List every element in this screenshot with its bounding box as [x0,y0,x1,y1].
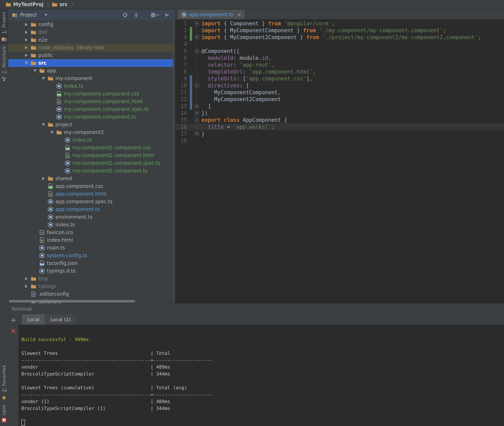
tree-row-tsconfig-json[interactable]: JSONtsconfig.json [8,259,175,267]
svg-text:h: h [66,154,69,158]
close-icon[interactable] [11,328,16,334]
stripe-button-1-project[interactable]: 1: Project [0,10,8,44]
chevron-collapsed-icon[interactable] [23,285,30,288]
tree-row-app-component-css[interactable]: CSSapp.component.css [8,182,175,190]
chevron-collapsed-icon[interactable] [40,177,47,180]
chevron-expanded-icon[interactable] [23,62,30,64]
tree-row-typings-d-ts[interactable]: TStypings.d.ts [8,267,175,275]
tree-row-my-component-component-spec-ts[interactable]: TSmy-component.component.spec.ts [8,105,175,113]
tree-row-environment-ts[interactable]: TSenvironment.ts [8,213,175,221]
tree-row-main-ts[interactable]: TSmain.ts [8,244,175,252]
chevron-expanded-icon[interactable] [31,70,38,72]
tree-row-my-component2-component-html[interactable]: hmy-component2.component.html [8,152,175,159]
tree-row-my-component-component-ts[interactable]: TSmy-component.component.ts [8,113,175,121]
tree-row-app-component-ts[interactable]: TSapp.component.ts [8,206,175,213]
fold-marker-icon[interactable] [192,82,201,89]
tree-row-app-component-html[interactable]: happ.component.html [8,190,175,198]
tree-row-my-component2-component-spec-ts[interactable]: TSmy-component2.component.spec.ts [8,159,175,167]
fold-marker-icon[interactable] [192,130,201,137]
project-panel-header: Project [8,10,175,20]
tree-row-label: index.html [47,237,73,243]
tree-row-index-ts[interactable]: TSindex.ts [8,136,175,144]
terminal-tab-local[interactable]: Local [22,314,45,325]
fold-marker-icon[interactable] [192,34,201,41]
html-file-icon: h [47,191,54,197]
code-editor[interactable]: TS app.component.ts × 1import { Componen… [175,10,504,303]
tree-row-project[interactable]: project [8,121,175,128]
chevron-collapsed-icon[interactable] [23,38,30,42]
tree-vertical-scrollbar[interactable] [173,19,175,302]
npm-icon [1,418,7,423]
chevron-collapsed-icon[interactable] [23,277,30,280]
code-line-6: 6 moduleId: module.id, [175,55,504,61]
project-view-selector[interactable]: Project [8,10,57,20]
code-area[interactable]: 1import { Component } from '@angular/cor… [175,20,504,303]
project-tree[interactable]: configdiste2enode_moduleslibrary rootpub… [8,21,175,303]
tree-row-label: index.ts [73,137,92,143]
tree-row-my-component-component-css[interactable]: CSSmy-component.component.css [8,90,175,98]
fold-marker-icon[interactable] [192,48,201,55]
svg-text:TS: TS [66,162,69,164]
fold-marker-icon[interactable] [192,20,201,27]
collapse-all-icon[interactable] [133,12,139,18]
tree-row-index-html[interactable]: hindex.html [8,236,175,244]
chevron-collapsed-icon[interactable] [23,23,30,26]
line-number: 10 [175,82,190,89]
line-number: 5 [175,48,190,55]
tree-row-index-ts[interactable]: TSindex.ts [8,221,175,229]
tree-row-node-modules[interactable]: node_moduleslibrary root [8,44,175,51]
breadcrumb-item-mytestproj[interactable]: MyTestProj [5,1,44,7]
fold-marker-icon[interactable] [192,117,201,123]
hide-icon[interactable] [165,12,170,18]
tree-row-my-component2-component-css[interactable]: CSSmy-component2.component.css [8,144,175,152]
fold-marker-icon[interactable] [192,103,201,110]
tree-row-index-ts[interactable]: TSindex.ts [8,82,175,90]
tree-row-typings[interactable]: typings [8,283,175,290]
project-icon [1,36,7,42]
svg-text:TS: TS [183,14,185,16]
tree-row-my-component[interactable]: my-component [8,75,175,82]
tree-row-my-component2[interactable]: my-component2 [8,128,175,136]
tree-row-favicon-ico[interactable]: favicon.ico [8,229,175,236]
tree-row-my-component2-component-ts[interactable]: TSmy-component2.component.ts [8,167,175,175]
svg-text:TS: TS [41,255,43,257]
tree-row-my-component-component-html[interactable]: hmy-component.component.html [8,98,175,105]
locate-icon[interactable] [123,12,128,18]
chevron-expanded-icon[interactable] [40,77,47,80]
tree-row-public[interactable]: public [8,51,175,59]
close-tab-icon[interactable]: × [237,13,241,17]
stripe-button-7-structure[interactable]: 7: Structure [0,44,8,84]
tree-row-editorconfig[interactable]: .editorconfig [8,290,175,298]
chevron-expanded-icon[interactable] [49,131,55,134]
breadcrumb-separator-icon [69,2,73,7]
tree-row-dist[interactable]: dist [8,28,175,36]
tree-row-shared[interactable]: shared [8,175,175,182]
chevron-collapsed-icon[interactable] [23,54,30,57]
stripe-button-2-favorites[interactable]: 2: Favorites★ [0,363,8,403]
chevron-collapsed-icon[interactable] [23,31,30,34]
tree-row-config[interactable]: config [8,21,175,28]
chevron-collapsed-icon[interactable] [23,46,30,49]
chevron-expanded-icon[interactable] [40,123,47,126]
svg-text:TS: TS [58,108,60,110]
tree-horizontal-scrollbar[interactable] [9,300,135,303]
stripe-button-npm[interactable]: npm [0,403,8,425]
add-icon[interactable] [10,317,16,323]
tree-row-e2e[interactable]: e2e [8,36,175,44]
code-text: selector: 'app-root', [201,61,275,68]
editor-tab-app-component-ts[interactable]: TS app.component.ts × [177,10,245,19]
settings-icon[interactable] [150,12,159,18]
line-number: 11 [175,89,190,96]
line-number: 7 [175,61,190,68]
terminal-tab-local-1[interactable]: Local (1) [45,314,76,325]
tree-row-label: public [38,52,53,58]
tree-row-src[interactable]: src [8,59,175,67]
tree-row-app-component-spec-ts[interactable]: TSapp.component.spec.ts [8,198,175,206]
tree-row-tmp[interactable]: tmp [8,275,175,283]
tree-row-label: system-config.ts [47,253,87,258]
tree-row-system-config-ts[interactable]: TSsystem-config.ts [8,252,175,259]
tree-row-app[interactable]: app [8,67,175,75]
terminal-output[interactable]: Build successful - 909ms. Slowest Trees … [18,325,504,426]
fold-marker-icon[interactable] [192,110,201,117]
breadcrumb-item-src[interactable]: src [51,1,68,7]
